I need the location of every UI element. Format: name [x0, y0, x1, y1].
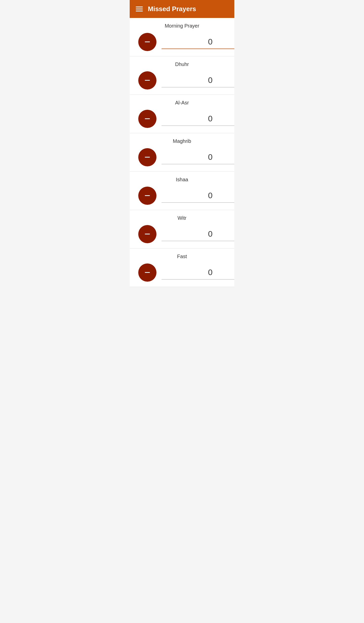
value-input-al-asr[interactable]: [162, 112, 234, 126]
minus-icon: −: [144, 152, 150, 162]
prayers-list: Morning Prayer−+Dhuhr−+Al-Asr−+Maghrib−+…: [130, 18, 234, 287]
app-container: Missed Prayers Morning Prayer−+Dhuhr−+Al…: [130, 0, 234, 287]
decrease-button-ishaa[interactable]: −: [138, 187, 156, 205]
prayer-controls-dhuhr: −+: [136, 71, 228, 90]
value-input-ishaa[interactable]: [162, 189, 234, 203]
prayer-label-fast: Fast: [136, 254, 228, 259]
prayer-controls-ishaa: −+: [136, 187, 228, 205]
value-input-dhuhr[interactable]: [162, 74, 234, 87]
decrease-button-maghrib[interactable]: −: [138, 148, 156, 166]
prayer-label-dhuhr: Dhuhr: [136, 61, 228, 67]
prayer-label-ishaa: Ishaa: [136, 177, 228, 183]
value-input-maghrib[interactable]: [162, 150, 234, 164]
prayer-section-fast: Fast−+: [130, 249, 234, 287]
decrease-button-witr[interactable]: −: [138, 225, 156, 243]
prayer-section-dhuhr: Dhuhr−+: [130, 56, 234, 95]
decrease-button-fast[interactable]: −: [138, 263, 156, 282]
prayer-section-maghrib: Maghrib−+: [130, 133, 234, 172]
decrease-button-morning[interactable]: −: [138, 33, 156, 51]
prayer-label-al-asr: Al-Asr: [136, 100, 228, 106]
prayer-controls-fast: −+: [136, 263, 228, 282]
minus-icon: −: [144, 37, 150, 47]
prayer-label-morning: Morning Prayer: [136, 23, 228, 29]
minus-icon: −: [144, 190, 150, 201]
prayer-label-maghrib: Maghrib: [136, 138, 228, 144]
minus-icon: −: [144, 267, 150, 277]
minus-icon: −: [144, 229, 150, 239]
header: Missed Prayers: [130, 0, 234, 18]
prayer-section-al-asr: Al-Asr−+: [130, 95, 234, 133]
decrease-button-dhuhr[interactable]: −: [138, 71, 156, 90]
prayer-label-witr: Witr: [136, 215, 228, 221]
prayer-section-morning: Morning Prayer−+: [130, 18, 234, 56]
value-input-fast[interactable]: [162, 266, 234, 280]
minus-icon: −: [144, 114, 150, 124]
prayer-controls-morning: −+: [136, 33, 228, 51]
decrease-button-al-asr[interactable]: −: [138, 110, 156, 128]
value-input-witr[interactable]: [162, 227, 234, 241]
page-title: Missed Prayers: [148, 5, 196, 13]
prayer-controls-maghrib: −+: [136, 148, 228, 166]
menu-button[interactable]: [136, 7, 143, 11]
minus-icon: −: [144, 75, 150, 85]
prayer-section-witr: Witr−+: [130, 210, 234, 249]
prayer-controls-al-asr: −+: [136, 110, 228, 128]
prayer-controls-witr: −+: [136, 225, 228, 243]
prayer-section-ishaa: Ishaa−+: [130, 172, 234, 210]
value-input-morning[interactable]: [162, 35, 234, 49]
